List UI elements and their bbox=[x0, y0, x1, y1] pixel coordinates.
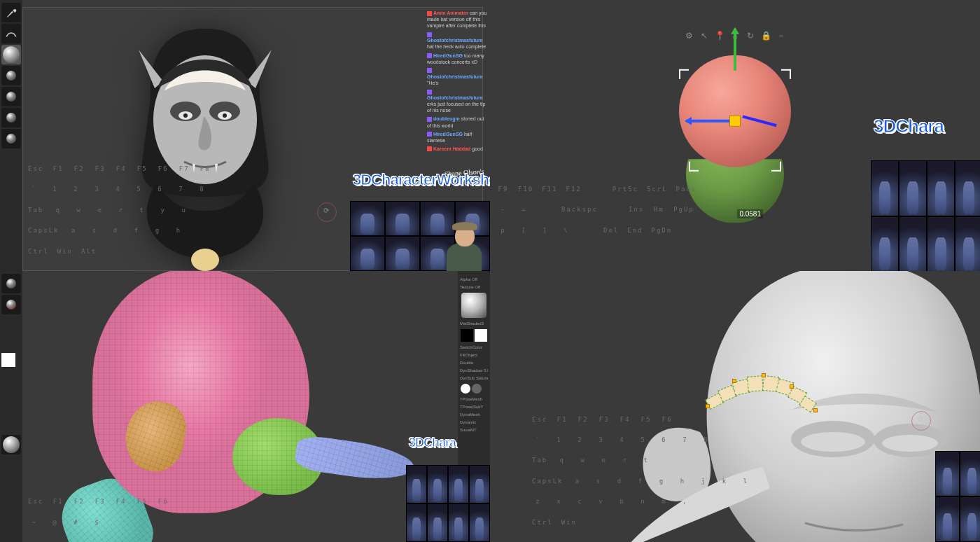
svg-point-10 bbox=[801, 432, 865, 452]
chat-user: Kareem Haddad bbox=[433, 146, 470, 151]
viewport[interactable] bbox=[490, 271, 980, 542]
vampire-sculpt bbox=[121, 22, 289, 271]
panel-top-left: Amin Animator can you made bat version o… bbox=[0, 0, 490, 271]
panel-label[interactable]: Texture Off bbox=[460, 285, 488, 289]
panel-label[interactable]: DynaMesh bbox=[460, 412, 488, 417]
chat-overlay: Amin Animator can you made bat version o… bbox=[427, 10, 489, 154]
chat-user: doubleugm bbox=[433, 116, 460, 121]
material-preview[interactable] bbox=[1, 45, 21, 64]
cursor-indicator bbox=[911, 411, 931, 431]
panel-label[interactable]: TPoseMesh bbox=[460, 397, 488, 401]
panel-label[interactable]: Dynamic bbox=[460, 420, 488, 424]
mesh-nose-group bbox=[232, 418, 407, 502]
material-preview-3[interactable] bbox=[1, 87, 21, 106]
chat-user: Ghostofchristmasfuture bbox=[427, 95, 483, 100]
quad-view-grid: Amin Animator can you made bat version o… bbox=[0, 0, 980, 542]
gear-icon[interactable]: ⚙ bbox=[684, 31, 694, 41]
x-axis-handle[interactable] bbox=[686, 119, 735, 122]
workshop-brand-overlay: 3DChara bbox=[406, 437, 490, 542]
home-icon[interactable]: ⌂ bbox=[730, 31, 740, 41]
panel-bottom-left: Alpha Off Texture Off MatShaded3 SwitchC… bbox=[0, 271, 490, 542]
brush-icon-2[interactable] bbox=[1, 295, 21, 314]
brush-icon[interactable] bbox=[1, 274, 21, 293]
panel-label[interactable]: TPose|SubT bbox=[460, 405, 488, 409]
refresh-icon[interactable]: ↻ bbox=[746, 31, 755, 41]
brush-icon[interactable] bbox=[1, 3, 21, 22]
left-toolbar bbox=[0, 0, 22, 271]
chat-user: HiredGunSG bbox=[433, 53, 463, 58]
panel-label[interactable]: Alpha Off bbox=[460, 277, 488, 282]
instructor-webcam bbox=[440, 215, 489, 271]
chat-user: Ghostofchristmasfuture bbox=[427, 38, 483, 43]
minus-icon[interactable]: − bbox=[776, 31, 786, 41]
zsphere-model[interactable]: 0.0581 bbox=[665, 41, 805, 223]
chat-user: HiredGunSG bbox=[433, 132, 463, 137]
panel-label[interactable]: SnowMT bbox=[460, 428, 488, 432]
material-sphere[interactable] bbox=[461, 293, 486, 318]
gizmo-toolbar: ⚙ ↖ 📍 ⌂ ↻ 🔒 − bbox=[684, 31, 786, 41]
workshop-logo-partial: 3DChara bbox=[409, 437, 456, 448]
chat-user: Ghostofchristmasfuture bbox=[427, 74, 483, 79]
material-preview[interactable] bbox=[1, 435, 21, 454]
panel-label[interactable]: DynShadow 0.8 bbox=[460, 368, 488, 373]
svg-point-11 bbox=[882, 435, 938, 452]
stroke-icon[interactable] bbox=[1, 24, 21, 43]
color-swatch[interactable] bbox=[1, 353, 15, 367]
gizmo-value-readout: 0.0581 bbox=[737, 209, 763, 218]
color-swatches[interactable] bbox=[461, 329, 487, 342]
svg-point-5 bbox=[183, 113, 188, 118]
left-toolbar bbox=[0, 271, 22, 542]
viewport[interactable] bbox=[22, 271, 458, 542]
workshop-logo-partial: 3DChara bbox=[874, 118, 944, 134]
material-preview-2[interactable] bbox=[1, 66, 21, 85]
lock-icon[interactable]: 🔒 bbox=[761, 31, 771, 41]
panel-label[interactable]: SwitchColor bbox=[460, 345, 488, 349]
workshop-brand-overlay bbox=[935, 430, 980, 542]
panel-label[interactable]: Double bbox=[460, 361, 488, 365]
gizmo-center[interactable] bbox=[729, 115, 741, 126]
svg-point-6 bbox=[223, 113, 227, 118]
panel-label[interactable]: DynSub Saturation bbox=[460, 376, 488, 380]
panel-label[interactable]: FillObject bbox=[460, 353, 488, 357]
panel-bottom-right: Esc F1 F2 F3 F4 F5 F6 ` 1 2 3 4 5 6 7 8 … bbox=[490, 271, 980, 542]
cursor-indicator bbox=[317, 202, 337, 222]
topology-brow-curve[interactable] bbox=[707, 372, 819, 417]
panel-label[interactable]: MatShaded3 bbox=[460, 321, 488, 326]
cursor-icon[interactable]: ↖ bbox=[699, 31, 709, 41]
panel-top-right: ⚙ ↖ 📍 ⌂ ↻ 🔒 − 0.0581 F9 bbox=[490, 0, 980, 271]
material-preview-5[interactable] bbox=[1, 129, 21, 148]
workshop-brand-overlay: Shane Olson's 3DCharacterWorkshop bbox=[350, 173, 490, 271]
chat-user: Amin Animator bbox=[433, 11, 468, 15]
svg-point-7 bbox=[191, 249, 219, 271]
workshop-brand-overlay: 3DChara bbox=[871, 118, 980, 271]
workshop-logo: 3DCharacterWorkshop bbox=[353, 173, 490, 187]
pin-icon[interactable]: 📍 bbox=[715, 31, 724, 41]
material-preview-4[interactable] bbox=[1, 108, 21, 127]
